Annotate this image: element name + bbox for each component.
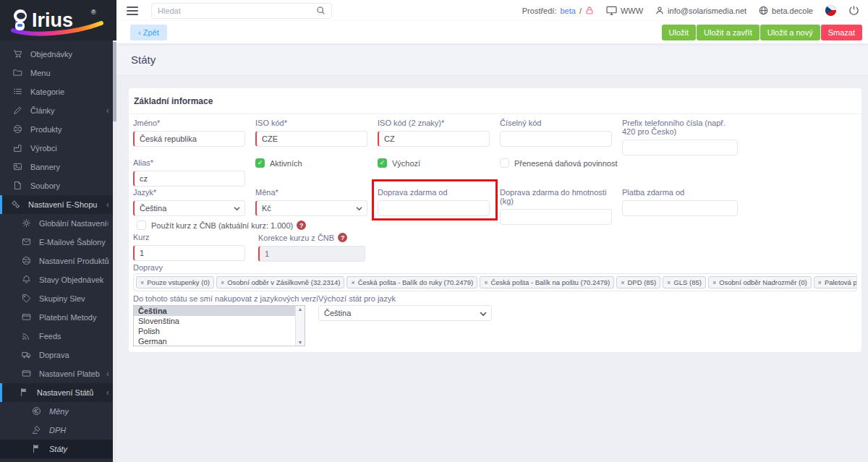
sidebar-item-e-mailov-ablony[interactable]: E-Mailové Šablony xyxy=(0,233,116,252)
pencil-icon xyxy=(13,106,23,116)
sidebar-scrollbar[interactable] xyxy=(113,40,116,462)
sidebar-item-nastaven-produkt-[interactable]: Nastavení Produktů‹ xyxy=(0,252,116,270)
gears-icon xyxy=(11,200,21,210)
shipping-tag: ×Česká pošta - Balík na poštu (70.2479) xyxy=(480,276,614,288)
shippings-tags-input[interactable]: ×Pouze vstupenky (0)×Osobní odběr v Zási… xyxy=(133,273,857,291)
sidebar-item-label: Bannery xyxy=(30,163,60,171)
sidebar-item--l-nky[interactable]: Články‹ xyxy=(0,101,116,120)
www-label: WWW xyxy=(621,7,643,15)
remove-tag-icon[interactable]: × xyxy=(221,279,224,286)
shipping-tag-label: Česká pošta - Balík na poštu (70.2479) xyxy=(490,278,610,286)
truck-icon xyxy=(22,350,32,360)
hamburger-menu-icon[interactable] xyxy=(127,4,138,17)
logout-power-icon[interactable] xyxy=(848,5,859,16)
shippings-section: Dopravy ×Pouze vstupenky (0)×Osobní odbě… xyxy=(133,263,857,291)
sidebar-item-kategorie[interactable]: Kategorie xyxy=(0,82,116,101)
checkbox-check-icon: ✓ xyxy=(500,158,509,168)
envelope-icon xyxy=(22,237,32,247)
sidebar-item-m-ny[interactable]: Měny xyxy=(0,402,116,421)
sidebar-item-menu[interactable]: Menu xyxy=(0,64,116,82)
language-flag-icon[interactable] xyxy=(825,5,836,16)
remove-tag-icon[interactable]: × xyxy=(484,279,488,286)
image-icon xyxy=(13,162,23,172)
sidebar-item-label: Nastavení Plateb xyxy=(39,369,100,378)
remove-tag-icon[interactable]: × xyxy=(712,279,716,286)
free-shipping-weight-input[interactable] xyxy=(500,209,612,225)
sidebar-item-glob-ln-nastaven-[interactable]: Globální Nastavení‹ xyxy=(0,214,116,233)
language-option[interactable]: Polish xyxy=(134,326,295,336)
name-input[interactable] xyxy=(133,131,245,147)
gear-icon xyxy=(22,218,32,228)
sidebar-item-v-robci[interactable]: Výrobci xyxy=(0,139,116,158)
shipping-tag: ×Paletová přeprava (0) xyxy=(814,276,857,288)
sidebar-scrollbar-thumb[interactable] xyxy=(113,42,116,121)
search-box[interactable] xyxy=(151,3,332,19)
active-checkbox[interactable]: ✓ Aktivních xyxy=(255,158,367,168)
save-and-close-button[interactable]: Uložit a zavřít xyxy=(697,25,760,40)
default-state-select-value: Čeština xyxy=(324,309,351,317)
language-option[interactable]: Slovenština xyxy=(134,316,295,326)
reverse-charge-checkbox[interactable]: ✓ Přenesená daňová povinnost xyxy=(500,158,626,168)
default-state-select[interactable]: Čeština xyxy=(318,305,492,321)
delete-button[interactable]: Smazat xyxy=(821,25,862,40)
sidebar-item-soubory[interactable]: Soubory xyxy=(0,176,116,195)
help-icon[interactable]: ? xyxy=(338,233,347,242)
scroll-down-icon[interactable]: ▼ xyxy=(298,340,303,345)
help-icon[interactable]: ? xyxy=(297,221,306,230)
sidebar-item-objedn-vky[interactable]: Objednávky xyxy=(0,45,116,64)
user-account[interactable]: info@solarismedia.net xyxy=(655,6,746,15)
alias-input[interactable] xyxy=(133,171,245,187)
scroll-up-icon[interactable]: ▲ xyxy=(298,307,303,312)
sidebar-item-st-ty[interactable]: Státy xyxy=(0,440,116,458)
currency-select[interactable]: Kč xyxy=(255,200,367,216)
sidebar-item-doprava[interactable]: Doprava xyxy=(0,346,116,364)
ball-icon xyxy=(22,256,32,266)
cnb-rate-checkbox[interactable]: ✓ Použít kurz z ČNB (aktuální kurz: 1.00… xyxy=(137,221,293,230)
save-and-new-button[interactable]: Uložit a nový xyxy=(760,25,820,40)
sidebar-item-bannery[interactable]: Bannery xyxy=(0,158,116,176)
language-select[interactable]: Čeština xyxy=(133,200,245,216)
currency-icon xyxy=(32,406,42,416)
free-shipping-from-input[interactable] xyxy=(378,200,490,216)
logo[interactable]: Irius ® xyxy=(0,0,116,40)
www-preview-button[interactable]: WWW xyxy=(606,6,643,15)
remove-tag-icon[interactable]: × xyxy=(140,279,144,286)
sidebar-item-label: Nastavení Států xyxy=(37,388,93,397)
action-bar: ‹ Zpět Uložit Uložit a zavřít Uložit a n… xyxy=(116,21,868,43)
sidebar-item-feeds[interactable]: Feeds xyxy=(0,327,116,346)
remove-tag-icon[interactable]: × xyxy=(621,279,624,286)
numeric-code-input[interactable] xyxy=(500,131,612,147)
phone-prefix-input[interactable] xyxy=(622,140,738,155)
sidebar-item-skupiny-slev[interactable]: Skupiny Slev xyxy=(0,289,116,308)
iso-code-input[interactable] xyxy=(255,131,367,147)
sidebar-item-produkty[interactable]: Produkty xyxy=(0,120,116,139)
sidebar-item-platebn-metody[interactable]: Platební Metody xyxy=(0,308,116,327)
remove-tag-icon[interactable]: × xyxy=(667,279,671,286)
language-option[interactable]: Čeština xyxy=(134,306,295,316)
listbox-scrollbar[interactable]: ▲ ▼ xyxy=(295,306,305,346)
back-button[interactable]: ‹ Zpět xyxy=(130,25,167,40)
sidebar-item-label: Soubory xyxy=(30,181,60,190)
site-domain[interactable]: beta.decole xyxy=(759,6,813,15)
language-select-value: Čeština xyxy=(140,204,166,213)
chevron-left-icon: ‹ xyxy=(106,219,109,228)
allowed-languages-listbox[interactable]: ČeštinaSlovenštinaPolishGerman ▲ ▼ xyxy=(133,305,305,346)
default-checkbox[interactable]: ✓ Výchozí xyxy=(378,158,490,168)
sidebar-item-nastaven-e-shopu[interactable]: Nastavení E-Shopu‹ xyxy=(0,195,116,214)
sidebar-item-nastaven-plateb[interactable]: Nastavení Plateb‹ xyxy=(0,364,116,383)
save-button[interactable]: Uložit xyxy=(662,25,697,40)
alias-label: Alias* xyxy=(133,158,245,167)
free-payment-from-input[interactable] xyxy=(622,200,738,216)
remove-tag-icon[interactable]: × xyxy=(351,279,354,286)
environment-value-link[interactable]: beta xyxy=(560,7,575,15)
rate-input[interactable] xyxy=(133,245,245,261)
sidebar-item-label: Feeds xyxy=(39,332,61,341)
sidebar-item-nastaven-st-t-[interactable]: Nastavení Států‹ xyxy=(0,383,116,402)
sidebar-item-stavy-objedn-vek[interactable]: Stavy Objednávek xyxy=(0,270,116,289)
language-option[interactable]: German xyxy=(134,336,295,346)
search-input[interactable] xyxy=(158,7,316,15)
sidebar-item-dph[interactable]: DPH xyxy=(0,421,116,440)
iso2-code-input[interactable] xyxy=(378,131,490,147)
remove-tag-icon[interactable]: × xyxy=(818,279,822,286)
sidebar-item-label: Nastavení E-Shopu xyxy=(28,200,97,209)
